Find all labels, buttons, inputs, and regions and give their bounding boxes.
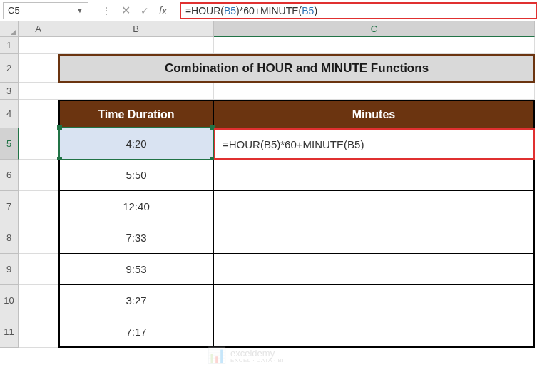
col-header-b[interactable]: B [58, 21, 214, 37]
cell-c8[interactable] [214, 222, 535, 254]
cell-b3[interactable] [58, 83, 214, 100]
cell-c1[interactable] [214, 37, 535, 54]
cell-c10[interactable] [214, 285, 535, 316]
cell-b5[interactable]: 4:20 [58, 128, 214, 160]
name-box-value: C5 [8, 5, 76, 16]
cell-a3[interactable] [19, 83, 58, 100]
cell-a10[interactable] [19, 285, 58, 316]
cell-a11[interactable] [19, 316, 58, 348]
cells-area: Combination of HOUR and MINUTE Functions… [19, 37, 535, 348]
col-header-c[interactable]: C [214, 21, 535, 37]
row-header-4[interactable]: 4 [0, 100, 19, 128]
select-all-corner[interactable] [0, 21, 19, 37]
cell-b10[interactable]: 3:27 [58, 285, 214, 316]
title-cell[interactable]: Combination of HOUR and MINUTE Functions [58, 54, 535, 83]
page-title: Combination of HOUR and MINUTE Functions [165, 61, 429, 76]
cell-a9[interactable] [19, 254, 58, 285]
header-minutes[interactable]: Minutes [214, 100, 535, 128]
divider-icon: ⋮ [101, 5, 111, 16]
cell-b1[interactable] [58, 37, 214, 54]
row-header-1[interactable]: 1 [0, 37, 19, 54]
row-header-10[interactable]: 10 [0, 285, 19, 316]
row-header-7[interactable]: 7 [0, 191, 19, 222]
header-time[interactable]: Time Duration [58, 100, 214, 128]
cell-c6[interactable] [214, 160, 535, 191]
cell-b6[interactable]: 5:50 [58, 160, 214, 191]
cell-b8[interactable]: 7:33 [58, 222, 214, 254]
cell-a7[interactable] [19, 191, 58, 222]
col-header-a[interactable]: A [19, 21, 58, 37]
row-header-8[interactable]: 8 [0, 222, 19, 254]
cell-c11[interactable] [214, 316, 535, 348]
column-headers: A B C [19, 21, 535, 37]
cell-a1[interactable] [19, 37, 58, 54]
cell-a6[interactable] [19, 160, 58, 191]
name-box[interactable]: C5 ▼ [3, 2, 88, 19]
cell-c9[interactable] [214, 254, 535, 285]
formula-input[interactable]: =HOUR(B5)*60+MINUTE(B5) [180, 2, 537, 19]
enter-icon[interactable]: ✓ [140, 5, 149, 16]
cell-b11[interactable]: 7:17 [58, 316, 214, 348]
row-header-6[interactable]: 6 [0, 160, 19, 191]
formula-bar: C5 ▼ ⋮ ✕ ✓ fx =HOUR(B5)*60+MINUTE(B5) [0, 0, 547, 21]
cell-b7[interactable]: 12:40 [58, 191, 214, 222]
row-header-3[interactable]: 3 [0, 83, 19, 100]
cell-a8[interactable] [19, 222, 58, 254]
chart-icon: 📊 [207, 346, 226, 365]
watermark: 📊 exceldemy EXCEL · DATA · BI [207, 346, 284, 365]
chevron-down-icon[interactable]: ▼ [76, 6, 83, 14]
row-header-5[interactable]: 5 [0, 128, 19, 160]
cell-a4[interactable] [19, 100, 58, 128]
cell-a5[interactable] [19, 128, 58, 160]
row-header-9[interactable]: 9 [0, 254, 19, 285]
cancel-icon[interactable]: ✕ [121, 4, 131, 17]
cell-b9[interactable]: 9:53 [58, 254, 214, 285]
cell-a2[interactable] [19, 54, 58, 83]
cell-c7[interactable] [214, 191, 535, 222]
formula-controls: ⋮ ✕ ✓ fx [88, 4, 180, 17]
formula-text: =HOUR(B5)*60+MINUTE(B5) [185, 5, 317, 16]
cell-c5[interactable]: =HOUR(B5)*60+MINUTE(B5) [214, 128, 535, 160]
fx-icon[interactable]: fx [159, 5, 167, 16]
cell-c3[interactable] [214, 83, 535, 100]
row-headers: 1 2 3 4 5 6 7 8 9 10 11 [0, 37, 19, 348]
row-header-11[interactable]: 11 [0, 316, 19, 348]
row-header-2[interactable]: 2 [0, 54, 19, 83]
